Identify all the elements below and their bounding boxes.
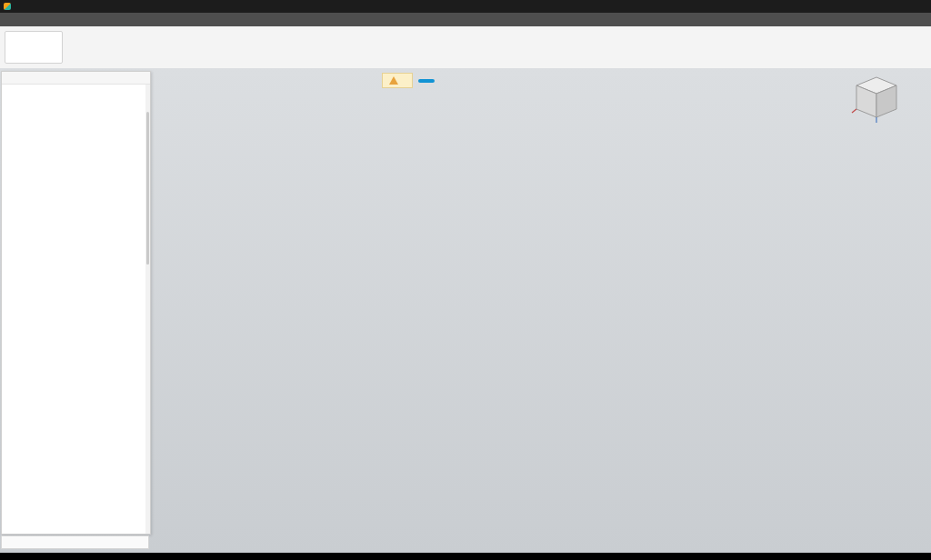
make-editable-button[interactable] <box>418 79 435 83</box>
workspace-selector[interactable] <box>5 31 63 64</box>
document-tab-bar <box>0 13 931 26</box>
ribbon-groups <box>69 40 931 68</box>
fusion-app-icon <box>4 3 11 10</box>
data-panel-icon[interactable] <box>62 13 78 26</box>
view-cube-figure[interactable] <box>851 72 902 125</box>
minimize-button[interactable] <box>879 0 896 13</box>
readonly-message <box>382 73 413 88</box>
app-grid-icon[interactable] <box>0 13 18 26</box>
ribbon-toolbar <box>0 26 931 69</box>
close-button[interactable] <box>914 0 931 13</box>
view-cube[interactable] <box>847 72 926 128</box>
scrollbar-thumb[interactable] <box>146 112 149 265</box>
title-bar <box>0 0 931 13</box>
window-controls <box>879 0 931 13</box>
browser-scrollbar[interactable] <box>145 85 150 534</box>
browser-header[interactable] <box>2 72 150 85</box>
maximize-button[interactable] <box>896 0 914 13</box>
comments-bar[interactable] <box>1 535 149 549</box>
browser-panel <box>1 71 151 535</box>
ribbon-main <box>69 26 931 68</box>
warning-icon <box>389 76 398 85</box>
taskbar-strip <box>0 553 931 560</box>
ribbon-tabs <box>69 26 931 40</box>
axis-x-line <box>852 109 856 113</box>
readonly-banner <box>382 73 435 88</box>
